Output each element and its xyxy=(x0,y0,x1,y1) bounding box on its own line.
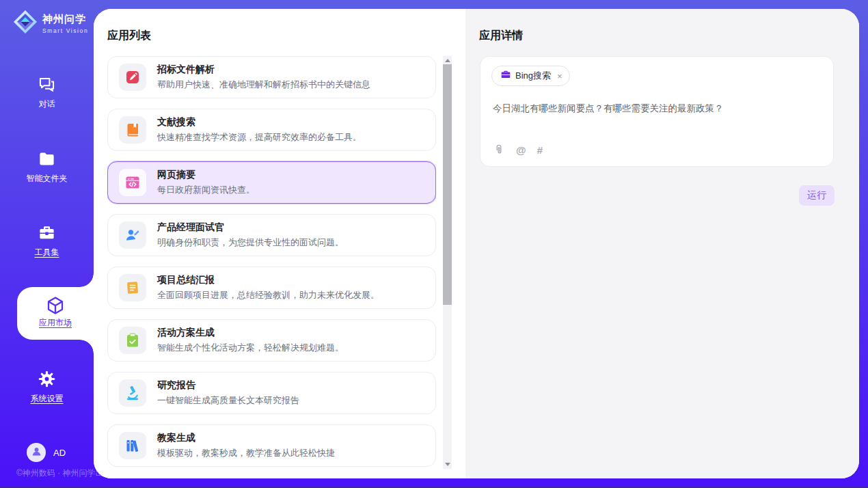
app-card[interactable]: 研究报告 一键智能生成高质量长文本研究报告 xyxy=(107,372,436,414)
brand-name: 神州问学 xyxy=(42,13,88,26)
scroll-down-icon[interactable] xyxy=(445,463,450,466)
chat-icon xyxy=(0,75,94,96)
paperclip-icon[interactable] xyxy=(493,144,505,156)
app-card-desc: 模板驱动，教案秒成，教学准备从此轻松快捷 xyxy=(157,447,335,459)
person-icon xyxy=(31,446,42,460)
app-card-title: 文献搜索 xyxy=(157,116,362,128)
gear-icon xyxy=(0,370,94,390)
app-card-title: 网页摘要 xyxy=(157,169,255,181)
app-detail-pane: 应用详情 Bing搜索 × 今日湖北有哪些新闻要点？有哪些需要关注的最新政策？ … xyxy=(465,9,859,478)
app-detail-title: 应用详情 xyxy=(479,29,523,43)
app-card-title: 研究报告 xyxy=(157,379,299,392)
prompt-toolbar: @ # xyxy=(493,144,543,156)
tool-tag-label: Bing搜索 xyxy=(515,70,551,82)
app-card[interactable]: 网页摘要 每日政府新闻资讯快查。 xyxy=(107,161,436,204)
prompt-input[interactable]: 今日湖北有哪些新闻要点？有哪些需要关注的最新政策？ xyxy=(493,102,821,116)
app-card[interactable]: 活动方案生成 智能生成个性化活动方案，轻松解决规划难题。 xyxy=(107,319,436,362)
prompt-card: Bing搜索 × 今日湖北有哪些新闻要点？有哪些需要关注的最新政策？ @ # xyxy=(480,56,834,167)
mention-icon[interactable]: @ xyxy=(516,144,526,156)
cube-icon xyxy=(17,295,94,316)
sidebar-item-chat[interactable]: 对话 xyxy=(0,75,94,110)
app-card-desc: 快速精准查找学术资源，提高研究效率的必备工具。 xyxy=(157,131,362,144)
scroll-up-icon[interactable] xyxy=(445,59,450,62)
app-card-desc: 每日政府新闻资讯快查。 xyxy=(157,184,255,196)
sidebar-item-label: 系统设置 xyxy=(31,393,64,405)
sidebar-item-label: 应用市场 xyxy=(39,317,72,329)
app-list: 招标文件解析 帮助用户快速、准确地理解和解析招标书中的关键信息 文献搜索 快速精… xyxy=(107,56,436,478)
app-card-desc: 全面回顾项目进展，总结经验教训，助力未来优化发展。 xyxy=(157,289,379,301)
interviewer-icon xyxy=(119,221,146,249)
scrollbar-thumb[interactable] xyxy=(443,64,452,305)
sidebar-item-label: 智能文件夹 xyxy=(27,173,68,185)
tool-tag-bing-search[interactable]: Bing搜索 × xyxy=(491,66,570,86)
app-card-desc: 明确身份和职责，为您提供专业性的面试问题。 xyxy=(157,236,344,249)
app-card-title: 活动方案生成 xyxy=(157,327,344,339)
run-button[interactable]: 运行 xyxy=(799,185,835,206)
active-tab-fillet-top xyxy=(80,273,94,287)
books-icon xyxy=(119,432,146,459)
sidebar-item-settings[interactable]: 系统设置 xyxy=(0,370,94,405)
sidebar: 神州问学 Smart Vision 对话 智能文件夹 工具集 应用市场 系统设置… xyxy=(0,0,94,488)
user-account[interactable]: AD xyxy=(27,443,66,462)
app-card-title: 产品经理面试官 xyxy=(157,221,344,234)
note-icon xyxy=(119,274,146,301)
app-card-title: 项目总结汇报 xyxy=(157,274,379,286)
app-list-pane: 应用列表 招标文件解析 帮助用户快速、准确地理解和解析招标书中的关键信息 文献搜… xyxy=(94,9,465,478)
toolbox-icon xyxy=(0,223,94,244)
app-card-desc: 一键智能生成高质量长文本研究报告 xyxy=(157,394,299,407)
user-initials: AD xyxy=(53,448,66,458)
brand-subtitle: Smart Vision xyxy=(42,27,88,34)
sidebar-item-smart-folder[interactable]: 智能文件夹 xyxy=(0,150,94,185)
clipboard-check-icon xyxy=(119,327,146,354)
app-card-desc: 智能生成个性化活动方案，轻松解决规划难题。 xyxy=(157,342,344,354)
content-panel: 应用列表 招标文件解析 帮助用户快速、准确地理解和解析招标书中的关键信息 文献搜… xyxy=(94,9,859,478)
active-tab-fillet-bottom xyxy=(80,340,94,353)
briefcase-icon xyxy=(500,69,511,83)
app-list-title: 应用列表 xyxy=(107,29,151,43)
app-card[interactable]: 项目总结汇报 全面回顾项目进展，总结经验教训，助力未来优化发展。 xyxy=(107,267,436,309)
scrollbar[interactable] xyxy=(443,56,452,469)
pencil-square-icon xyxy=(119,64,146,91)
app-window: 神州问学 Smart Vision 对话 智能文件夹 工具集 应用市场 系统设置… xyxy=(0,0,868,488)
folder-icon xyxy=(0,150,94,170)
avatar xyxy=(27,443,46,462)
app-card-desc: 帮助用户快速、准确地理解和解析招标书中的关键信息 xyxy=(157,79,370,91)
app-card[interactable]: 产品经理面试官 明确身份和职责，为您提供专业性的面试问题。 xyxy=(107,214,436,256)
close-icon[interactable]: × xyxy=(557,71,562,81)
brand-diamond-icon xyxy=(12,9,38,38)
brand-logo: 神州问学 Smart Vision xyxy=(12,9,88,38)
app-card[interactable]: 文献搜索 快速精准查找学术资源，提高研究效率的必备工具。 xyxy=(107,109,436,151)
app-card-title: 招标文件解析 xyxy=(157,64,370,76)
sidebar-item-app-market[interactable]: 应用市场 xyxy=(17,287,94,340)
browser-code-icon xyxy=(119,169,146,196)
sidebar-item-label: 工具集 xyxy=(35,247,59,258)
app-card[interactable]: 教案生成 模板驱动，教案秒成，教学准备从此轻松快捷 xyxy=(107,424,436,467)
app-card[interactable]: 招标文件解析 帮助用户快速、准确地理解和解析招标书中的关键信息 xyxy=(107,56,436,98)
hashtag-icon[interactable]: # xyxy=(537,144,543,156)
microscope-icon xyxy=(119,379,146,407)
book-icon xyxy=(119,116,146,144)
sidebar-item-label: 对话 xyxy=(39,98,55,110)
app-card-title: 教案生成 xyxy=(157,432,335,444)
sidebar-item-toolset[interactable]: 工具集 xyxy=(0,223,94,258)
